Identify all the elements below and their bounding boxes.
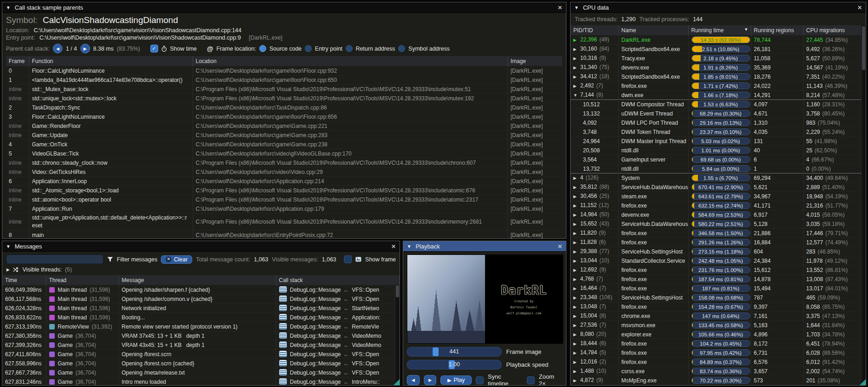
cpu-row[interactable]: ▶4(126)System1.55 s (6.70%)69,29434,400(… <box>571 173 866 183</box>
cpu-row[interactable]: ▶34,412(18)ScriptedSandbox64.exe1.85 s (… <box>571 72 866 81</box>
callstack-row[interactable]: 0Floor::CalcLightNoLuminanceC:\Users\wol… <box>6 66 562 75</box>
resize-grip[interactable] <box>860 379 866 385</box>
collapse-icon[interactable]: ▼ <box>574 5 579 10</box>
callstack-list-icon[interactable] <box>279 314 287 320</box>
radio-symbol-address[interactable] <box>398 45 405 52</box>
callstack-list-icon[interactable] <box>279 360 287 366</box>
expand-icon[interactable]: ▶ <box>573 349 580 357</box>
callstack-list-icon[interactable] <box>279 378 287 385</box>
expand-icon[interactable]: ▶ <box>573 294 580 302</box>
callstack-cell[interactable]: DebugLog::Message←VideoMemo <box>276 331 400 341</box>
cpu-row[interactable]: ▶27,696(17)Microsoft.ServiceHub.Co48.06 … <box>571 385 866 386</box>
callstack-list-icon[interactable] <box>279 286 287 293</box>
col-image[interactable]: Image <box>508 56 562 66</box>
col-time[interactable]: Time <box>2 275 46 285</box>
callstack-list-icon[interactable] <box>279 369 287 375</box>
cpu-row[interactable]: ▶13,048(7)firefox.exe154.28 ms (0.67%)9,… <box>571 302 866 312</box>
collapse-icon[interactable]: ▼ <box>573 91 580 99</box>
cpu-row[interactable]: ▶30,160(84)ScriptedSandbox64.exe2.51 s (… <box>571 45 866 54</box>
close-icon[interactable]: × <box>558 243 562 250</box>
cpu-row[interactable]: 3,564GameInput server69.68 us (0.00%)64(… <box>571 155 866 164</box>
callstack-list-icon[interactable] <box>279 295 287 302</box>
message-row[interactable]: 627,411,606nsGame(36,704)Opening /forest… <box>2 350 400 359</box>
sync-timeline-label[interactable]: Sync timeline <box>488 373 523 385</box>
message-row[interactable]: 627,558,996nsGame(36,704)Opening /forest… <box>2 359 400 368</box>
clear-button[interactable]: ✕ Clear <box>161 255 192 264</box>
cpu-row[interactable]: 13,732ntdll.dll5.84 us (0.00%)10(0.00%) <box>571 164 866 173</box>
message-row[interactable]: 627,313,190nsRemoteView(31,392)Remote vi… <box>2 322 400 331</box>
show-time-checkbox[interactable]: ✓ <box>150 45 158 52</box>
message-row[interactable]: 627,667,736nsGame(36,704)Opening /meta/r… <box>2 368 400 377</box>
col-running-regions[interactable]: Running regions <box>751 25 803 35</box>
expand-icon[interactable]: ▶ <box>573 45 580 53</box>
callstack-row[interactable]: 5VideoGLBase::TickC:\Users\wolf\Desktop\… <box>6 149 562 158</box>
location-value[interactable]: C:\Users\wolf\Desktop\darkrl\src\game\vi… <box>34 27 241 34</box>
message-row[interactable]: 627,831,246nsGame(36,704)Intro menu load… <box>2 377 400 386</box>
expand-icon[interactable]: ▶ <box>573 211 580 219</box>
callstack-cell[interactable]: DebugLog::Message←VFS::Open <box>276 350 400 359</box>
expand-icon[interactable]: ▶ <box>573 73 580 81</box>
expand-icon[interactable]: ▶ <box>573 64 580 72</box>
cpu-row[interactable]: ▶2,492(7)firefox.exe1.71 s (7.42%)24,022… <box>571 81 866 91</box>
expand-icon[interactable]: ▶ <box>573 330 580 339</box>
callstack-list-icon[interactable] <box>279 332 287 339</box>
expand-icon[interactable]: ▶ <box>573 229 580 237</box>
cpu-row[interactable]: ▶29,388(77)ServiceHub.SettingsHost273.15… <box>571 247 866 256</box>
cpu-row[interactable]: ▶18,444(6)firefox.exe104.2 ms (0.45%)8,1… <box>571 339 866 348</box>
show-frame-checkbox[interactable] <box>344 255 352 263</box>
entry-point-value[interactable]: C:\Users\wolf\Desktop\darkrl\src\game\vi… <box>40 35 241 41</box>
cpu-row[interactable]: ▶4,872(9)MsMpEng.exe70.22 ms (0.30%)5732… <box>571 376 866 385</box>
cpu-row[interactable]: ▶8,080(20)explorer.exe105.66 ms (0.46%)4… <box>571 330 866 339</box>
callstack-row[interactable]: 1<lambda_84a19dc444fae966ca174e83e708bdc… <box>6 75 562 85</box>
callstack-list-icon[interactable] <box>279 341 287 348</box>
close-icon[interactable]: × <box>857 4 862 12</box>
expand-icon[interactable]: ▶ <box>573 36 580 44</box>
callstack-cell[interactable]: DebugLog::Message←StartNetwo <box>276 304 400 313</box>
cpu-row[interactable]: 13,132uDWM Event Thread68.29 ms (0.30%)4… <box>571 109 866 118</box>
radio-source-code-label[interactable]: Source code <box>269 46 302 52</box>
expand-icon[interactable]: ▶ <box>573 367 580 375</box>
cpu-row[interactable]: ▶14,984(50)devenv.exe584.69 ms (2.53%)6,… <box>571 210 866 219</box>
expand-icon[interactable]: ▶ <box>573 358 580 366</box>
callstack-cell[interactable]: DebugLog::Message←VideoMemo <box>276 341 400 350</box>
col-callstack[interactable]: Call stack <box>276 275 400 285</box>
callstack-row[interactable]: 8mainC:\Users\wolf\Desktop\darkrl\src\En… <box>6 231 562 239</box>
callstack-row[interactable]: inlinestd::_Mutex_base::lockC:\Program F… <box>6 85 562 94</box>
callstack-cell[interactable]: DebugLog::Message←VFS::Open <box>276 285 400 295</box>
callstack-row[interactable]: inlinestd::atomic<bool>::operator boolC:… <box>6 195 562 204</box>
cpu-row[interactable]: ▶27,536(7)msvsmon.exe133.45 ms (0.58%)5,… <box>571 321 866 330</box>
expand-icon[interactable]: ▶ <box>573 238 580 247</box>
cpu-row[interactable]: ▶1,488(10)csrss.exe83.74 ms (0.36%)3,657… <box>571 367 866 376</box>
expand-icon[interactable]: ▶ <box>573 82 580 90</box>
cpu-row[interactable]: ▶11,820(9)firefox.exe346.58 ms (1.50%)21… <box>571 229 866 238</box>
cpu-row[interactable]: ▶11,828(6)firefox.exe291.26 ms (1.26%)16… <box>571 238 866 247</box>
cpu-row[interactable]: 20,508ntdll.dll1.01 ms (0.00%)4025(62.50… <box>571 146 866 155</box>
cpu-row[interactable]: ▶13,044(10)StandardCollector.Service242.… <box>571 256 866 266</box>
filter-input[interactable] <box>6 254 103 264</box>
cpu-row[interactable]: 3,748DWM Token Thread23.37 ms (0.10%)4,0… <box>571 127 866 137</box>
callstack-row[interactable]: inlinestd::unique_lock<std::mutex>::lock… <box>6 94 562 103</box>
col-pid-tid[interactable]: PID/TID <box>571 25 618 35</box>
messages-scrollbar[interactable] <box>395 285 400 385</box>
message-row[interactable]: 627,399,326nsGame(36,704)VRAM 43x45: 15 … <box>2 341 400 350</box>
callstack-row[interactable]: inlinestd::unique_ptr<Application,std::d… <box>6 214 562 231</box>
cpu-row[interactable]: ▶12,016(2)firefox.exe84.89 ms (0.37%)6,5… <box>571 358 866 367</box>
callstack-cell[interactable]: DebugLog::Message←Application: <box>276 313 400 322</box>
radio-entry-point-label[interactable]: Entry point <box>315 46 343 52</box>
radio-return-address-label[interactable]: Return address <box>356 46 395 52</box>
callstack-cell[interactable]: DebugLog::Message←RemoteVie <box>276 322 400 331</box>
message-row[interactable]: 627,380,356nsGame(36,704)VRAM 37x45: 13 … <box>2 331 400 341</box>
speed-slider[interactable]: 1.00 <box>407 360 502 370</box>
cpu-row[interactable]: ▶10,316(9)Tracy.exe2.18 s (9.45%)11,0585… <box>571 54 866 63</box>
callstack-list-icon[interactable] <box>279 305 287 311</box>
close-icon[interactable]: × <box>558 4 562 12</box>
col-cpu-migrations[interactable]: CPU migrations <box>803 25 866 35</box>
expand-icon[interactable]: ▶ <box>573 376 580 385</box>
callstack-row[interactable]: 3Floor::CalcLightNoLuminanceC:\Users\wol… <box>6 112 562 121</box>
col-name[interactable]: Name <box>618 25 688 35</box>
callstack-row[interactable]: 6Application::InnerLoopC:\Users\wolf\Des… <box>6 177 562 186</box>
callstack-row[interactable]: 2TaskDispatch::SyncC:\Users\wolf\Desktop… <box>6 103 562 112</box>
message-row[interactable]: 606,049,398nsMain thread(31,596)Opening … <box>2 285 400 295</box>
expand-icon[interactable]: ▶ <box>573 284 580 293</box>
expand-icon[interactable]: ▶ <box>573 340 580 348</box>
